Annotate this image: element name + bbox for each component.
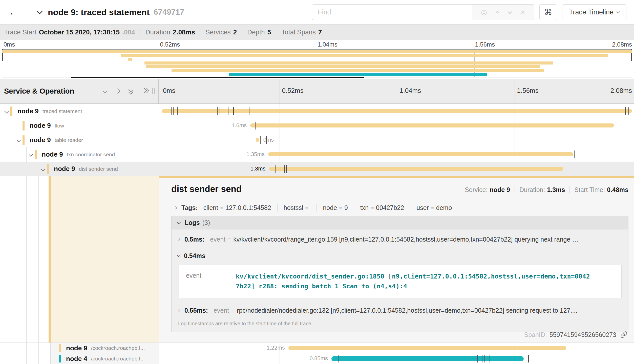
- span-event-tick: [224, 107, 224, 115]
- duration-value: 1.3ms: [547, 186, 565, 193]
- span-event-tick: [275, 165, 276, 173]
- span-duration-bar[interactable]: [331, 356, 524, 361]
- detail-title: dist sender send: [171, 184, 242, 194]
- span-row-txn-coordinator-send[interactable]: node 9 txn coordinator send 1.35ms: [0, 147, 634, 162]
- log-row-0.55ms[interactable]: 0.55ms: event= rpc/nodedialer/nodedialer…: [172, 301, 628, 317]
- span-row-table-reader[interactable]: node 9 table reader 0ms: [0, 133, 634, 147]
- log-row-0.5ms[interactable]: 0.5ms: event= kv/kvclient/kvcoord/range_…: [172, 229, 628, 246]
- span-service: node 4: [66, 355, 87, 363]
- logs-count: (3): [202, 219, 210, 226]
- span-tree-cell[interactable]: node 9 txn coordinator send: [0, 147, 159, 162]
- span-event-tick: [487, 355, 487, 362]
- chevron-down-icon[interactable]: [5, 109, 9, 113]
- span-tree-cell[interactable]: node 4 /cockroach.roachpb.I...: [0, 353, 159, 364]
- chevron-down-icon[interactable]: [41, 167, 45, 171]
- ruler-tick: 1.56ms: [517, 87, 539, 95]
- timeline-header-row: Service & Operation 0ms 0.52ms 1.04ms 1.…: [0, 79, 634, 104]
- span-event-tick: [484, 355, 485, 362]
- link-icon[interactable]: [620, 331, 627, 338]
- find-next-icon[interactable]: [508, 9, 512, 14]
- column-resize-handle[interactable]: [152, 88, 155, 94]
- minimap-span: [172, 69, 543, 72]
- title-chevron-down-icon[interactable]: [36, 8, 43, 14]
- span-lane: 1.22ms: [159, 343, 634, 353]
- span-event-tick: [175, 107, 175, 115]
- span-lane: 1.6ms: [159, 118, 634, 133]
- span-event-tick: [482, 355, 482, 362]
- span-duration-label: 1.6ms: [231, 122, 247, 129]
- back-button[interactable]: ←: [0, 0, 27, 24]
- span-duration-bar[interactable]: [288, 346, 566, 350]
- ruler-gridline: [397, 79, 397, 103]
- span-row-dist-sender-send[interactable]: node 9 dist sender send 1.3ms: [0, 162, 634, 176]
- span-operation: traced statement: [43, 108, 82, 114]
- column-divider[interactable]: [159, 104, 159, 364]
- total-spans-label: Total Spans: [281, 28, 316, 36]
- span-row-traced-statement[interactable]: node 9 traced statement: [0, 104, 634, 118]
- span-event-tick: [226, 107, 226, 115]
- keyboard-shortcuts-button[interactable]: ⌘: [539, 4, 557, 20]
- tag-node: node=9: [323, 204, 348, 211]
- span-id-row: SpanID: 5597415943526560273: [159, 327, 634, 342]
- collapse-one-icon[interactable]: [103, 89, 107, 93]
- minimap-tick: 1.04ms: [318, 41, 337, 48]
- minimap-tick: 1.56ms: [475, 41, 495, 48]
- span-color-bar: [35, 150, 37, 159]
- span-lane: [159, 104, 634, 118]
- detail-accent-bar: [49, 176, 51, 342]
- span-rows-area: node 9 traced statement node 9 flow 1.6m…: [0, 104, 634, 364]
- expand-all-icon[interactable]: [143, 88, 148, 94]
- collapse-all-icon[interactable]: [129, 88, 134, 94]
- log-row-toggle[interactable]: 0.54ms: [172, 246, 628, 261]
- find-clear-icon[interactable]: ×: [520, 8, 525, 16]
- minimap-canvas[interactable]: [2, 49, 632, 77]
- services-value: 2: [233, 28, 237, 36]
- span-row-node9-batch[interactable]: node 9 /cockroach.roachpb.I... 1.22ms: [0, 343, 634, 353]
- service-operation-header: Service & Operation: [0, 79, 159, 103]
- span-service: node 9: [30, 122, 51, 130]
- span-tree-cell[interactable]: node 9 table reader: [0, 133, 159, 147]
- locate-icon[interactable]: ◎: [481, 9, 487, 16]
- span-duration-label: 1.3ms: [250, 165, 266, 172]
- trace-summary-bar: Trace Start October 15 2020, 17:38:15.08…: [0, 24, 634, 40]
- duration-label: Duration:: [519, 186, 545, 193]
- find-prev-icon[interactable]: [495, 11, 500, 15]
- chevron-down-icon[interactable]: [17, 138, 21, 142]
- chevron-down-icon[interactable]: [29, 152, 33, 157]
- span-duration-label: 1.35ms: [246, 151, 265, 158]
- span-lane: 1.35ms: [159, 147, 634, 162]
- span-duration-label: 0ms: [263, 137, 274, 143]
- find-toolbar: ◎ × ⌘ Trace Timeline: [312, 4, 626, 20]
- minimap-tick: 0ms: [4, 41, 15, 48]
- span-row-flow[interactable]: node 9 flow 1.6ms: [0, 118, 634, 133]
- span-duration-bar[interactable]: [269, 167, 563, 171]
- span-event-tick: [286, 165, 287, 173]
- span-color-bar: [47, 164, 49, 174]
- span-lane: 1.3ms: [159, 162, 634, 176]
- span-tree-cell[interactable]: node 9 dist sender send: [0, 162, 159, 176]
- span-event-tick: [574, 151, 575, 158]
- span-event-tick: [260, 136, 261, 144]
- span-duration-label: 0.85ms: [310, 355, 328, 362]
- span-duration-bar[interactable]: [250, 123, 614, 127]
- view-select-label: Trace Timeline: [569, 8, 614, 16]
- span-duration-bar[interactable]: [162, 109, 632, 113]
- span-tree-cell[interactable]: node 9 /cockroach.roachpb.I...: [0, 343, 159, 353]
- expand-one-icon[interactable]: [116, 89, 119, 93]
- logs-header[interactable]: Logs (3): [172, 216, 628, 229]
- span-tree-cell[interactable]: node 9 flow: [0, 118, 159, 133]
- span-row-node4-batch[interactable]: node 4 /cockroach.roachpb.I... 0.85ms: [0, 353, 634, 364]
- span-duration-bar[interactable]: [268, 152, 573, 156]
- view-select-button[interactable]: Trace Timeline: [562, 4, 626, 20]
- span-tree-cell[interactable]: node 9 traced statement: [0, 104, 159, 118]
- span-event-tick: [173, 107, 174, 115]
- minimap-tick-labels: 0ms 0.52ms 1.04ms 1.56ms 2.08ms: [2, 41, 632, 49]
- start-time-label: Start Time:: [574, 186, 605, 193]
- find-input[interactable]: [312, 4, 472, 20]
- log-row-0.54ms-expanded: 0.54ms event kv/kvclient/kvcoord/dist_se…: [172, 246, 628, 298]
- minimap-focus-bar[interactable]: [71, 77, 364, 78]
- span-event-tick: [628, 107, 629, 115]
- span-duration-bar[interactable]: [256, 138, 259, 142]
- total-spans-value: 7: [318, 28, 322, 36]
- tags-row[interactable]: Tags: client=127.0.0.1:54582 hostssl= no…: [171, 204, 628, 211]
